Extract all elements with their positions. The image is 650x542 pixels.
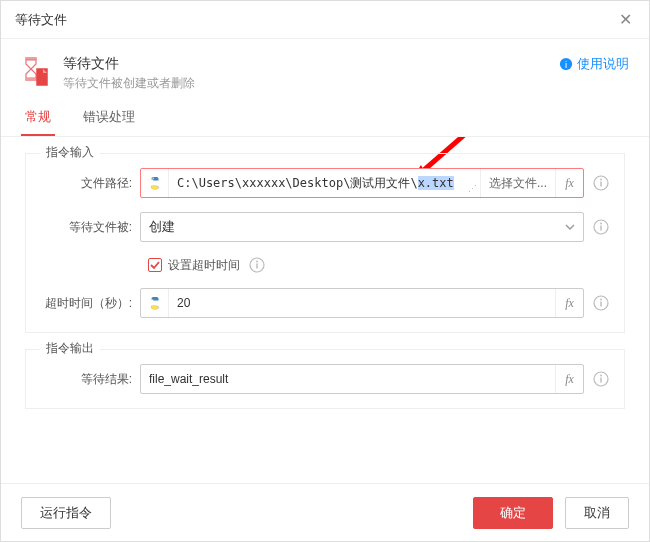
file-path-value[interactable]: C:\Users\xxxxxx\Desktop\测试用文件\x.txt ⋰ [169, 169, 480, 197]
wait-file-dialog: 等待文件 ✕ 等待文件 等待文件被创建或者删除 i 使用说明 常规 错误处理 [0, 0, 650, 542]
group-input: 指令输入 文件路径: C:\Users\xxxxxx\Desktop\测试用文件… [25, 153, 625, 333]
header-text: 等待文件 等待文件被创建或者删除 [63, 55, 195, 92]
svg-rect-1 [25, 78, 37, 81]
set-timeout-checkbox[interactable] [148, 258, 162, 272]
label-timeout-sec: 超时时间（秒）: [40, 295, 140, 312]
header-title: 等待文件 [63, 55, 195, 73]
cancel-button[interactable]: 取消 [565, 497, 629, 529]
fx-button[interactable]: fx [555, 365, 583, 393]
fx-button[interactable]: fx [555, 289, 583, 317]
hint-icon[interactable] [248, 256, 266, 274]
timeout-sec-input[interactable]: 20 fx [140, 288, 584, 318]
hint-icon[interactable] [592, 174, 610, 192]
svg-point-7 [152, 178, 153, 179]
dialog-title: 等待文件 [15, 11, 67, 29]
hourglass-file-icon [21, 55, 53, 87]
svg-rect-10 [600, 182, 601, 187]
group-input-legend: 指令输入 [40, 144, 100, 161]
label-wait-file: 等待文件被: [40, 219, 140, 236]
python-icon [141, 289, 169, 317]
ok-button[interactable]: 确定 [473, 497, 553, 529]
svg-rect-16 [256, 264, 257, 269]
run-button[interactable]: 运行指令 [21, 497, 111, 529]
svg-point-17 [256, 261, 258, 263]
svg-rect-19 [600, 302, 601, 307]
group-output: 指令输出 等待结果: file_wait_result fx [25, 349, 625, 409]
info-icon: i [559, 57, 573, 71]
wait-file-value: 创建 [149, 218, 175, 236]
chevron-down-icon [565, 220, 575, 235]
svg-rect-2 [37, 69, 47, 85]
tab-general[interactable]: 常规 [21, 100, 55, 136]
close-icon[interactable]: ✕ [619, 12, 635, 28]
wait-file-select[interactable]: 创建 [140, 212, 584, 242]
row-timeout-sec: 超时时间（秒）: 20 fx [40, 288, 610, 318]
header: 等待文件 等待文件被创建或者删除 i 使用说明 [1, 39, 649, 100]
header-subtitle: 等待文件被创建或者删除 [63, 75, 195, 92]
titlebar: 等待文件 ✕ [1, 1, 649, 39]
svg-point-20 [600, 299, 602, 301]
svg-rect-22 [600, 378, 601, 383]
resize-handle-icon[interactable]: ⋰ [468, 185, 478, 195]
label-file-path: 文件路径: [40, 175, 140, 192]
hint-icon[interactable] [592, 370, 610, 388]
svg-point-14 [600, 223, 602, 225]
body: 指令输入 文件路径: C:\Users\xxxxxx\Desktop\测试用文件… [1, 137, 649, 483]
fx-button[interactable]: fx [555, 169, 583, 197]
label-result: 等待结果: [40, 371, 140, 388]
svg-point-23 [600, 375, 602, 377]
python-icon [141, 169, 169, 197]
row-wait-file: 等待文件被: 创建 [40, 212, 610, 242]
file-path-input[interactable]: C:\Users\xxxxxx\Desktop\测试用文件\x.txt ⋰ 选择… [140, 168, 584, 198]
file-path-prefix: C:\Users\xxxxxx\Desktop\测试用文件\ [177, 175, 418, 192]
row-result: 等待结果: file_wait_result fx [40, 364, 610, 394]
svg-rect-13 [600, 226, 601, 231]
help-label: 使用说明 [577, 55, 629, 73]
hint-icon[interactable] [592, 218, 610, 236]
tabs: 常规 错误处理 [1, 100, 649, 137]
tab-error[interactable]: 错误处理 [79, 100, 139, 136]
group-output-legend: 指令输出 [40, 340, 100, 357]
svg-point-11 [600, 179, 602, 181]
svg-text:i: i [565, 59, 567, 70]
file-path-highlight: x.txt [418, 176, 454, 190]
select-file-button[interactable]: 选择文件... [480, 169, 555, 197]
result-input[interactable]: file_wait_result fx [140, 364, 584, 394]
hint-icon[interactable] [592, 294, 610, 312]
timeout-sec-value[interactable]: 20 [169, 289, 555, 317]
row-set-timeout: 设置超时时间 [40, 256, 610, 274]
footer: 运行指令 确定 取消 [1, 483, 649, 541]
row-file-path: 文件路径: C:\Users\xxxxxx\Desktop\测试用文件\x.tx… [40, 168, 610, 198]
result-value[interactable]: file_wait_result [141, 365, 555, 393]
set-timeout-label: 设置超时时间 [168, 257, 240, 274]
help-link[interactable]: i 使用说明 [559, 55, 629, 73]
